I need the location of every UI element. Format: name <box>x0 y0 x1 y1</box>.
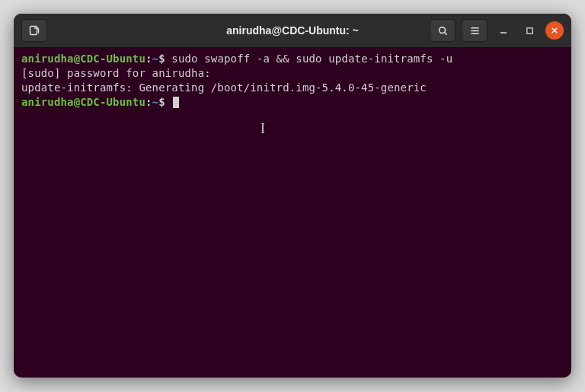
titlebar-left-group <box>21 19 47 42</box>
prompt-symbol: $ <box>158 53 171 65</box>
prompt-userhost-2: anirudha@CDC-Ubuntu <box>21 96 145 108</box>
close-button[interactable] <box>545 21 564 40</box>
prompt-path-2: ~ <box>152 96 159 108</box>
command-line-1: sudo swapoff -a && sudo update-initramfs… <box>171 53 452 65</box>
close-icon <box>551 27 558 34</box>
output-line-2: update-initramfs: Generating /boot/initr… <box>21 81 427 94</box>
terminal-window: anirudha@CDC-Ubuntu: ~ <box>14 14 571 378</box>
titlebar-right-group <box>430 19 564 42</box>
new-tab-icon <box>28 24 40 37</box>
window-title: anirudha@CDC-Ubuntu: ~ <box>226 24 358 37</box>
terminal-cursor <box>173 97 179 108</box>
minimize-icon <box>499 26 508 35</box>
titlebar: anirudha@CDC-Ubuntu: ~ <box>14 14 571 47</box>
svg-rect-2 <box>526 27 532 33</box>
new-tab-button[interactable] <box>21 19 47 42</box>
search-button[interactable] <box>430 19 456 42</box>
output-line-1: [sudo] password for anirudha: <box>21 67 217 79</box>
maximize-icon <box>526 27 534 35</box>
search-icon <box>437 25 449 37</box>
svg-rect-0 <box>30 27 37 35</box>
prompt-separator-2: : <box>145 96 152 108</box>
minimize-button[interactable] <box>494 21 513 40</box>
prompt-symbol-2: $ <box>158 96 171 108</box>
terminal-content[interactable]: anirudha@CDC-Ubuntu:~$ sudo swapoff -a &… <box>14 47 571 114</box>
prompt-path: ~ <box>152 53 159 65</box>
menu-button[interactable] <box>462 19 488 42</box>
svg-point-1 <box>439 27 445 33</box>
hamburger-icon <box>469 25 481 37</box>
maximize-button[interactable] <box>519 21 539 40</box>
prompt-userhost: anirudha@CDC-Ubuntu <box>21 53 145 65</box>
prompt-separator: : <box>145 53 152 65</box>
